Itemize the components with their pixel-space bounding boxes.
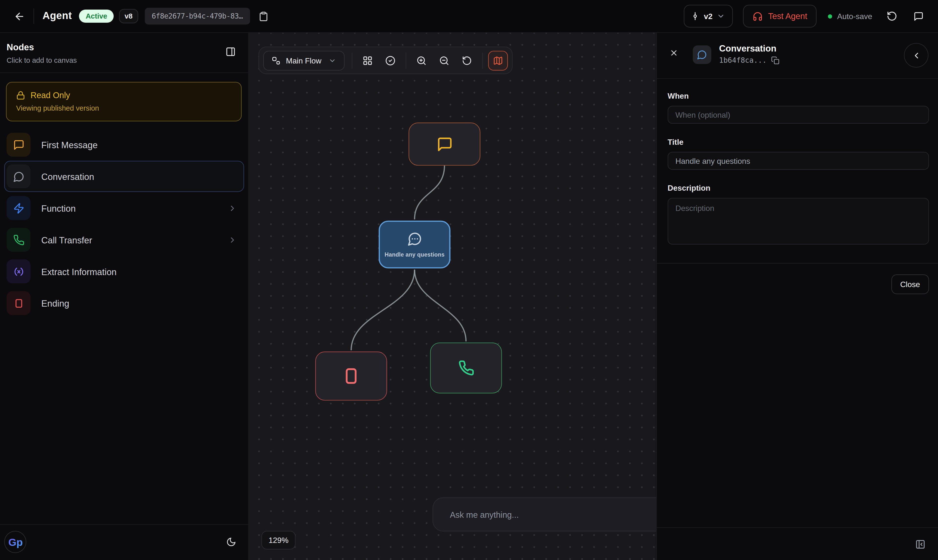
readonly-title: Read Only [31, 90, 70, 100]
agent-id-chip[interactable]: 6f8e2677-b94c-479b-83… [145, 8, 250, 25]
test-agent-label: Test Agent [768, 11, 807, 21]
divider [34, 8, 34, 24]
edge-connections [249, 33, 656, 560]
node-details-panel: Conversation 1b64f8ca... When [656, 33, 938, 560]
sidebar-item-call-transfer[interactable]: Call Transfer [4, 224, 244, 255]
moon-icon [226, 537, 236, 547]
title-label: Title [668, 137, 929, 146]
copy-id-button[interactable] [771, 56, 780, 65]
reset-view-button[interactable] [457, 51, 477, 70]
sidebar-item-label: Extract Information [41, 266, 117, 277]
chevron-right-icon [228, 204, 237, 212]
rotate-ccw-icon [887, 11, 897, 22]
readonly-subtitle: Viewing published version [16, 104, 231, 112]
ask-anything-bar[interactable] [433, 497, 656, 532]
minimap-toggle-button[interactable] [488, 51, 508, 70]
when-input[interactable] [668, 106, 929, 123]
message-square-icon [437, 136, 453, 152]
sidebar-item-label: Function [41, 203, 76, 213]
headphones-icon [753, 11, 763, 21]
panel-title: Conversation [719, 43, 780, 53]
auto-layout-button[interactable] [358, 51, 378, 70]
chevron-right-icon [228, 235, 237, 245]
status-badge: Active [79, 9, 114, 23]
page-title: Agent [43, 10, 72, 22]
nodes-sidebar: Nodes Click to add to canvas Read Only V… [0, 33, 249, 560]
flow-selector[interactable]: Main Flow [263, 51, 345, 70]
version-label: v2 [704, 12, 712, 21]
map-icon [493, 55, 503, 66]
panel-close-x-button[interactable] [669, 48, 678, 57]
clipboard-button[interactable] [258, 11, 269, 21]
panel-collapse-button[interactable] [904, 43, 928, 68]
theme-toggle-button[interactable] [226, 537, 236, 547]
circle-check-icon [386, 55, 396, 66]
canvas-node-call-transfer[interactable] [430, 343, 502, 393]
description-input[interactable] [668, 198, 929, 245]
canvas-node-first-message[interactable] [409, 123, 480, 166]
sidebar-item-extract-information[interactable]: Extract Information [4, 256, 244, 287]
description-field-group: Description [668, 183, 929, 247]
title-input[interactable] [668, 152, 929, 170]
sidebar-collapse-button[interactable] [222, 44, 239, 60]
top-bar-left: Agent Active v8 6f8e2677-b94c-479b-83… [9, 6, 268, 26]
sidebar-footer: Gp [0, 525, 248, 560]
zap-icon [13, 202, 25, 214]
divider [0, 72, 248, 73]
canvas-node-conversation[interactable]: Handle any questions [379, 221, 450, 269]
history-button[interactable] [882, 6, 902, 26]
panel-left-close-icon [915, 539, 926, 549]
panel-left-close-button[interactable] [915, 539, 926, 549]
flow-canvas[interactable]: Main Flow [249, 33, 656, 560]
sidebar-item-function[interactable]: Function [4, 192, 244, 224]
sidebar-item-label: Ending [41, 298, 69, 308]
version-selector[interactable]: v2 [683, 5, 733, 28]
flow-selector-label: Main Flow [286, 56, 321, 65]
brand-logo[interactable]: Gp [4, 531, 26, 553]
ask-anything-input[interactable] [450, 510, 656, 519]
close-icon [669, 48, 678, 57]
readonly-banner: Read Only Viewing published version [6, 82, 242, 122]
message-circle-icon [13, 171, 25, 182]
test-agent-button[interactable]: Test Agent [743, 5, 817, 28]
back-button[interactable] [9, 6, 29, 26]
top-bar-right: v2 Test Agent Auto-save [683, 5, 929, 28]
top-bar: Agent Active v8 6f8e2677-b94c-479b-83… v… [0, 0, 938, 33]
rotate-ccw-icon [462, 55, 472, 66]
lock-icon [16, 91, 25, 100]
zoom-out-button[interactable] [435, 51, 454, 70]
autosave-indicator: Auto-save [828, 12, 872, 21]
zoom-in-button[interactable] [412, 51, 432, 70]
zoom-level-badge[interactable]: 129% [261, 531, 296, 549]
sidebar-header: Nodes Click to add to canvas [0, 33, 248, 72]
node-type-list: First Message Conversation Function [0, 126, 248, 322]
main-area: Nodes Click to add to canvas Read Only V… [0, 33, 938, 560]
app-window: Agent Active v8 6f8e2677-b94c-479b-83… v… [0, 0, 938, 560]
square-icon [346, 368, 356, 384]
autosave-status-dot [828, 14, 833, 18]
sidebar-title: Nodes [6, 42, 77, 52]
zoom-in-icon [417, 55, 427, 66]
sidebar-item-conversation[interactable]: Conversation [4, 161, 244, 192]
panel-actions: Close [657, 264, 938, 305]
when-field-group: When [668, 92, 929, 124]
message-circle-more-icon [407, 231, 422, 246]
panel-right-icon [225, 47, 236, 57]
sidebar-item-label: Conversation [41, 171, 94, 182]
sidebar-item-ending[interactable]: Ending [4, 288, 244, 318]
description-label: Description [668, 183, 929, 192]
validate-button[interactable] [381, 51, 400, 70]
autosave-label: Auto-save [837, 12, 872, 21]
chevron-down-icon [717, 12, 725, 20]
message-square-icon [13, 139, 25, 150]
feedback-button[interactable] [908, 6, 929, 26]
close-button[interactable]: Close [891, 274, 929, 294]
svg-text:Gp: Gp [8, 536, 23, 548]
panel-header: Conversation 1b64f8ca... [657, 33, 938, 78]
sidebar-item-first-message[interactable]: First Message [4, 129, 244, 160]
canvas-node-ending[interactable] [315, 352, 387, 401]
divider [352, 52, 352, 68]
message-circle-icon [697, 49, 707, 60]
clipboard-icon [258, 11, 269, 21]
square-icon [13, 297, 25, 309]
